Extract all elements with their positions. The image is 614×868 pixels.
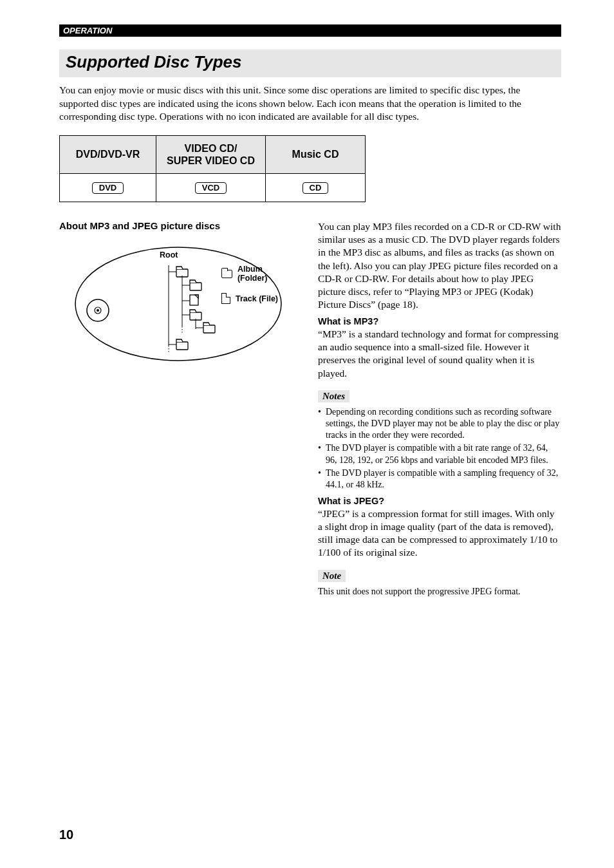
mp3-jpeg-heading: About MP3 and JPEG picture discs bbox=[59, 220, 301, 231]
td-cd-chip: CD bbox=[266, 174, 366, 202]
section-label: OPERATION bbox=[59, 24, 561, 37]
td-dvd-chip: DVD bbox=[60, 174, 156, 202]
note-item: The DVD player is compatible with a bit … bbox=[318, 442, 561, 466]
table-header-row: DVD/DVD-VR VIDEO CD/ SUPER VIDEO CD Musi… bbox=[60, 135, 366, 173]
file-icon bbox=[221, 293, 230, 304]
vcd-chip: VCD bbox=[195, 182, 227, 194]
title-band: Supported Disc Types bbox=[59, 50, 561, 77]
svg-rect-20 bbox=[176, 342, 188, 350]
notes-label: Notes bbox=[318, 390, 349, 402]
svg-rect-11 bbox=[190, 283, 201, 290]
legend-album-label: Album (Folder) bbox=[237, 265, 291, 283]
what-is-mp3-body: “MP3” is a standard technology and forma… bbox=[318, 328, 561, 380]
dvd-chip: DVD bbox=[92, 182, 124, 194]
note-item: The DVD player is compatible with a samp… bbox=[318, 467, 561, 491]
folder-icon bbox=[221, 270, 232, 278]
what-is-mp3-head: What is MP3? bbox=[318, 316, 561, 326]
disc-type-table: DVD/DVD-VR VIDEO CD/ SUPER VIDEO CD Musi… bbox=[59, 135, 366, 202]
what-is-jpeg-head: What is JPEG? bbox=[318, 496, 561, 506]
th-vcd: VIDEO CD/ SUPER VIDEO CD bbox=[156, 135, 266, 173]
th-cd: Music CD bbox=[266, 135, 366, 173]
legend-album: Album (Folder) bbox=[221, 265, 291, 283]
svg-rect-18 bbox=[203, 325, 215, 333]
note-label: Note bbox=[318, 570, 346, 582]
th-dvd: DVD/DVD-VR bbox=[60, 135, 156, 173]
what-is-jpeg-body: “JPEG” is a compression format for still… bbox=[318, 507, 561, 560]
right-p1: You can play MP3 files recorded on a CD-… bbox=[318, 220, 561, 311]
single-note-body: This unit does not support the progressi… bbox=[318, 586, 561, 598]
legend-track-label: Track (File) bbox=[236, 294, 278, 303]
page-number: 10 bbox=[59, 827, 73, 842]
td-vcd-chip: VCD bbox=[156, 174, 266, 202]
page-title: Supported Disc Types bbox=[66, 52, 555, 72]
legend-track: Track (File) bbox=[221, 293, 278, 304]
table-chip-row: DVD VCD CD bbox=[60, 174, 366, 202]
root-label: Root bbox=[160, 250, 178, 259]
svg-point-3 bbox=[97, 309, 99, 312]
disc-tree-svg bbox=[72, 243, 291, 365]
note-item: Depending on recording conditions such a… bbox=[318, 406, 561, 442]
cd-chip: CD bbox=[302, 182, 329, 194]
disc-tree-diagram: Root Album (Folder) Track (File) bbox=[72, 243, 291, 365]
intro-paragraph: You can enjoy movie or music discs with … bbox=[59, 84, 561, 124]
notes-list: Depending on recording conditions such a… bbox=[318, 406, 561, 491]
